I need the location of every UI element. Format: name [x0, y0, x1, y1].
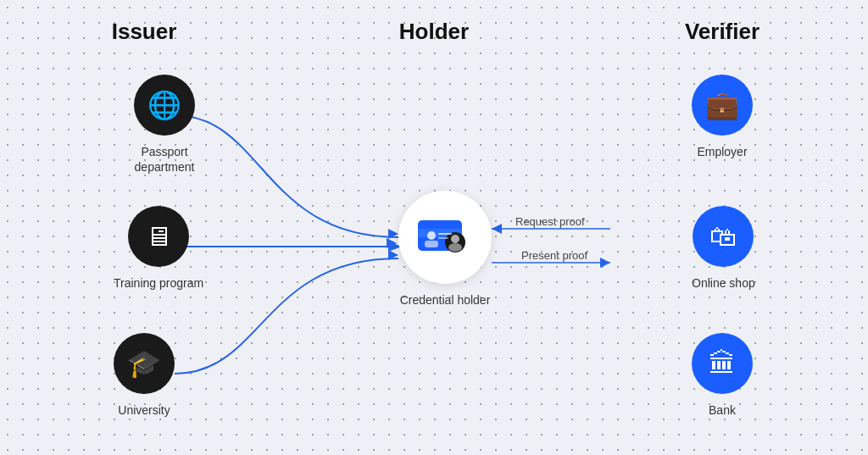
header-issuer: Issuer	[112, 19, 177, 45]
university-icon: 🎓	[127, 350, 161, 377]
node-university: 🎓 University	[114, 333, 175, 418]
training-icon: 🖥	[145, 223, 172, 250]
node-training: 🖥 Training program	[114, 206, 203, 291]
bank-circle: 🏛	[692, 333, 753, 394]
node-onlineshop: 🛍 Online shop	[692, 206, 755, 291]
svg-marker-1	[388, 250, 398, 260]
holder-node: Credential holder	[398, 191, 492, 308]
present-proof-label: Present proof	[521, 249, 587, 262]
svg-point-10	[451, 235, 459, 243]
university-label: University	[118, 402, 170, 418]
svg-rect-13	[425, 241, 438, 247]
svg-point-12	[427, 231, 436, 240]
employer-icon: 💼	[705, 92, 739, 119]
svg-rect-14	[438, 233, 452, 235]
passport-circle: 🌐	[134, 75, 195, 136]
header-holder: Holder	[399, 19, 469, 45]
svg-marker-6	[600, 258, 610, 268]
node-passport: 🌐 Passport department	[114, 75, 215, 175]
passport-label: Passport department	[114, 144, 215, 175]
svg-rect-15	[438, 237, 448, 239]
onlineshop-icon: 🛍	[709, 223, 737, 250]
svg-marker-4	[492, 224, 502, 234]
holder-circle	[398, 191, 492, 284]
request-proof-label: Request proof	[515, 215, 585, 228]
node-bank: 🏛 Bank	[692, 333, 753, 418]
header-verifier: Verifier	[685, 19, 760, 45]
bank-label: Bank	[709, 402, 736, 418]
bank-icon: 🏛	[709, 350, 736, 377]
university-circle: 🎓	[114, 333, 175, 394]
passport-icon: 🌐	[147, 92, 181, 119]
svg-point-11	[448, 243, 462, 252]
onlineshop-label: Online shop	[692, 275, 755, 291]
employer-label: Employer	[697, 144, 747, 159]
diagram-container: Issuer Holder Verifier 🌐 Passpo	[0, 0, 868, 455]
onlineshop-circle: 🛍	[693, 206, 754, 267]
holder-label: Credential holder	[400, 292, 491, 308]
svg-marker-0	[388, 229, 398, 239]
credential-card-icon	[415, 214, 476, 261]
employer-circle: 💼	[692, 75, 753, 136]
node-employer: 💼 Employer	[692, 75, 753, 159]
svg-marker-2	[387, 238, 397, 248]
training-circle: 🖥	[128, 206, 189, 267]
training-label: Training program	[114, 275, 203, 291]
